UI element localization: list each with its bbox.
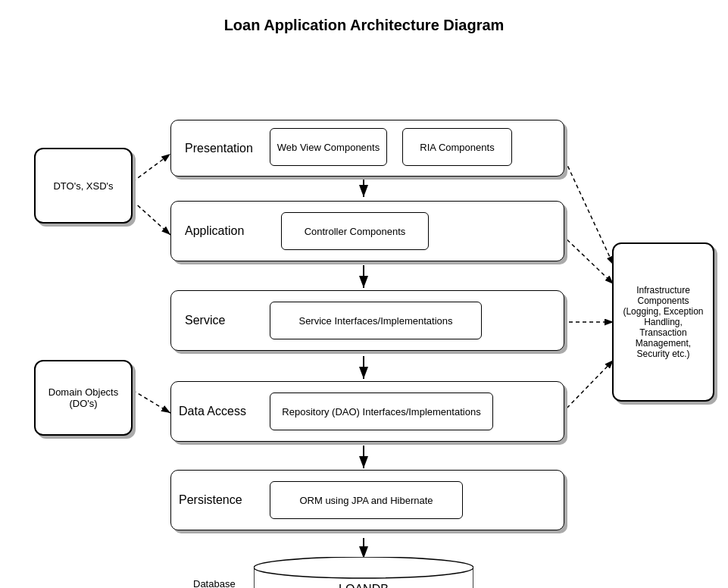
svg-line-9 (133, 390, 170, 413)
database-caption: Database (193, 578, 236, 588)
persistence-label: Persistence (179, 493, 242, 507)
presentation-layer: Presentation Web View Components RIA Com… (170, 120, 564, 177)
svg-point-18 (254, 557, 473, 578)
repository-component: Repository (DAO) Interfaces/Implementati… (270, 393, 493, 430)
service-layer: Service Service Interfaces/Implementatio… (170, 290, 564, 351)
page-title: Loan Application Architecture Diagram (0, 0, 728, 42)
svg-line-8 (133, 201, 170, 235)
infrastructure-box: Infrastructure Components (Logging, Exce… (612, 242, 714, 402)
persistence-layer: Persistence ORM using JPA and Hibernate (170, 470, 564, 530)
svg-line-10 (562, 154, 614, 265)
web-view-component: Web View Components (270, 128, 387, 166)
service-component: Service Interfaces/Implementations (270, 302, 482, 339)
orm-component: ORM using JPA and Hibernate (270, 481, 463, 519)
diagram-area: Presentation Web View Components RIA Com… (0, 42, 728, 588)
dto-label: DTO's, XSD's (53, 180, 113, 192)
presentation-label: Presentation (185, 142, 253, 155)
database-container: LOANDB Database (254, 557, 473, 588)
data-access-label: Data Access (179, 405, 246, 418)
svg-line-7 (133, 154, 170, 182)
domain-box: Domain Objects (DO's) (34, 360, 133, 436)
svg-text:LOANDB: LOANDB (339, 583, 389, 588)
dto-box: DTO's, XSD's (34, 148, 133, 224)
application-label: Application (185, 224, 244, 238)
svg-line-11 (562, 235, 614, 284)
data-access-layer: Data Access Repository (DAO) Interfaces/… (170, 381, 564, 442)
application-layer: Application Controller Components (170, 201, 564, 261)
svg-line-13 (562, 360, 614, 413)
controller-component: Controller Components (281, 212, 429, 250)
service-label: Service (185, 314, 225, 327)
infrastructure-label: Infrastructure Components (Logging, Exce… (623, 285, 703, 359)
domain-label: Domain Objects (DO's) (48, 386, 118, 409)
ria-component: RIA Components (402, 128, 512, 166)
